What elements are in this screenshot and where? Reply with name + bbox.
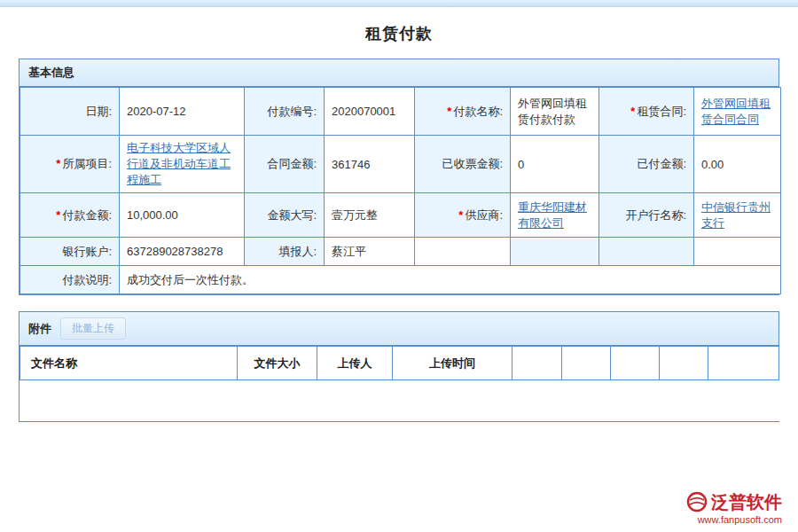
supplier-label: *供应商:	[415, 193, 511, 238]
column-header-file-name: 文件名称	[20, 347, 238, 380]
table-row: *所属项目: 电子科技大学区域人行道及非机动车道工程施工 合同金额: 36174…	[20, 136, 781, 193]
required-marker: *	[447, 105, 451, 118]
table-row: 付款说明: 成功交付后一次性付款。	[20, 266, 781, 294]
preparer-value: 蔡江平	[325, 238, 415, 266]
lease-contract-link[interactable]: 外管网回填租赁合同合同	[701, 97, 771, 126]
lease-contract-value: 外管网回填租赁合同合同	[694, 88, 781, 136]
required-marker: *	[56, 208, 60, 222]
attachments-table: 文件名称 文件大小 上传人 上传时间	[20, 346, 779, 421]
payment-no-value: 2020070001	[325, 88, 415, 136]
basic-info-section-title: 基本信息	[28, 65, 74, 81]
required-marker: *	[56, 157, 60, 170]
lease-contract-label: *租赁合同:	[599, 88, 694, 136]
attachments-section-header: 附件 批量上传	[20, 312, 778, 346]
payment-note-label: 付款说明:	[20, 266, 120, 294]
fanpu-logo-icon	[686, 491, 708, 512]
supplier-link[interactable]: 重庆华阳建材有限公司	[518, 200, 587, 230]
bank-name-value: 中信银行贵州支行	[694, 193, 781, 238]
batch-upload-button[interactable]: 批量上传	[60, 317, 126, 340]
payment-note-value: 成功交付后一次性付款。	[120, 266, 781, 294]
bank-account-label: 银行账户:	[20, 238, 120, 266]
project-label: *所属项目:	[20, 136, 120, 193]
amount-in-words-value: 壹万元整	[325, 193, 415, 238]
date-label: 日期:	[20, 88, 120, 136]
paid-amount-label: 已付金额:	[599, 136, 694, 193]
invoiced-amount-label: 已收票金额:	[415, 136, 511, 193]
empty-cell	[599, 238, 694, 266]
invoiced-amount-value: 0	[511, 136, 599, 193]
project-link[interactable]: 电子科技大学区域人行道及非机动车道工程施工	[127, 141, 231, 186]
basic-info-section: 基本信息 日期: 2020-07-12 付款编号: 2020070001 *付款…	[19, 59, 779, 295]
attachments-section-title: 附件	[28, 321, 51, 337]
payment-amount-label: *付款金额:	[20, 193, 120, 238]
column-header-uploader: 上传人	[317, 347, 393, 380]
paid-amount-value: 0.00	[694, 136, 781, 193]
payment-name-value: 外管网回填租赁付款付款	[511, 88, 599, 136]
top-decorative-bar	[0, 0, 798, 7]
payment-name-label: *付款名称:	[415, 88, 511, 136]
table-row: 银行账户: 637289028738278 填报人: 蔡江平	[20, 238, 781, 266]
contract-amount-label: 合同金额:	[245, 136, 325, 193]
bank-name-label: 开户行名称:	[599, 193, 694, 238]
supplier-value: 重庆华阳建材有限公司	[511, 193, 599, 238]
column-header-upload-time: 上传时间	[393, 347, 512, 380]
amount-in-words-label: 金额大写:	[245, 193, 325, 238]
basic-info-table: 日期: 2020-07-12 付款编号: 2020070001 *付款名称: 外…	[20, 87, 781, 294]
column-header-empty	[660, 347, 708, 380]
column-header-empty	[562, 347, 611, 380]
column-header-empty	[611, 347, 660, 380]
column-header-empty	[708, 347, 779, 380]
required-marker: *	[458, 208, 463, 222]
table-row: *付款金额: 10,000.00 金额大写: 壹万元整 *供应商: 重庆华阳建材…	[20, 193, 781, 238]
attachments-section: 附件 批量上传 文件名称 文件大小 上传人 上传时间	[19, 311, 779, 422]
footer-brand: 泛普软件 www.fanpusoft.com	[686, 491, 782, 525]
bank-name-link[interactable]: 中信银行贵州支行	[701, 200, 771, 230]
page-title: 租赁付款	[0, 7, 798, 59]
column-header-file-size: 文件大小	[238, 347, 317, 380]
required-marker: *	[630, 105, 635, 118]
column-header-empty	[512, 347, 562, 380]
attachments-empty-row	[20, 380, 779, 421]
payment-amount-value: 10,000.00	[120, 193, 245, 238]
attachments-empty-area	[20, 380, 779, 421]
project-value: 电子科技大学区域人行道及非机动车道工程施工	[120, 136, 245, 193]
contract-amount-value: 361746	[325, 136, 415, 193]
bank-account-value: 637289028738278	[120, 238, 245, 266]
basic-info-section-header: 基本信息	[20, 59, 778, 87]
table-row: 日期: 2020-07-12 付款编号: 2020070001 *付款名称: 外…	[20, 88, 781, 136]
preparer-label: 填报人:	[245, 238, 325, 266]
date-value: 2020-07-12	[120, 88, 245, 136]
attachments-header-row: 文件名称 文件大小 上传人 上传时间	[20, 347, 779, 380]
empty-cell	[415, 238, 511, 266]
empty-cell	[694, 238, 781, 266]
empty-cell	[511, 238, 599, 266]
brand-name: 泛普软件	[711, 492, 782, 512]
payment-no-label: 付款编号:	[245, 88, 325, 136]
brand-website: www.fanpusoft.com	[686, 514, 782, 525]
